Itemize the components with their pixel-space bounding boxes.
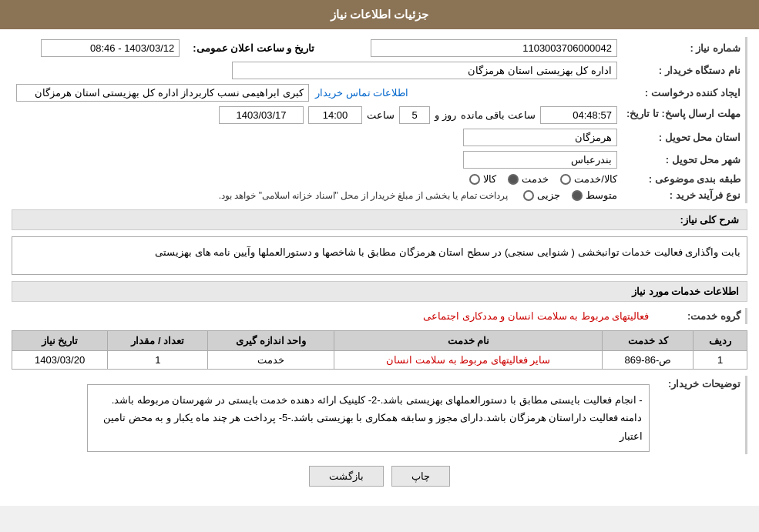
- action-buttons: چاپ بازگشت: [12, 466, 747, 487]
- service-group-value: فعالیتهای مربوط به سلامت انسان و مددکاری…: [12, 308, 654, 324]
- category-option-service-goods: کالا/خدمت: [560, 173, 617, 185]
- day-and-text: روز و: [435, 109, 456, 121]
- col-header-name: نام خدمت: [334, 331, 603, 351]
- process-option-medium: متوسط: [572, 189, 617, 201]
- deadline-row: 04:48:57 ساعت باقی مانده روز و 5 ساعت 14…: [12, 104, 622, 126]
- buyer-org-label: نام دستگاه خریدار :: [622, 59, 747, 82]
- deadline-label: مهلت ارسال پاسخ: تا تاریخ:: [622, 104, 747, 126]
- need-number-display: 1103003706000042: [371, 39, 617, 57]
- cell-unit: خدمت: [208, 351, 334, 370]
- category-radio-service: [508, 174, 519, 185]
- process-radio-medium: [572, 190, 583, 201]
- city-display: بندرعباس: [463, 151, 617, 169]
- buyer-notes-label: توضیحات خریدار:: [654, 376, 747, 454]
- col-header-date: تاریخ نیاز: [12, 331, 108, 351]
- province-display: هرمزگان: [463, 129, 617, 146]
- process-radio-group: متوسط جزیی: [523, 189, 617, 201]
- time-label: ساعت: [367, 109, 395, 121]
- process-label: نوع فرآیند خرید :: [622, 187, 747, 203]
- announce-label: تاریخ و ساعت اعلان عمومی:: [184, 37, 323, 59]
- process-label-medium: متوسط: [586, 189, 617, 201]
- page-title: جزئیات اطلاعات نیاز: [331, 8, 428, 21]
- col-header-row: ردیف: [694, 331, 747, 351]
- province-label: استان محل تحویل :: [622, 126, 747, 149]
- city-value: بندرعباس: [12, 149, 622, 171]
- description-section-title: شرح کلی نیاز:: [12, 209, 747, 230]
- category-label: طبقه بندی موضوعی :: [622, 171, 747, 187]
- announce-value: 1403/03/12 - 08:46: [12, 37, 184, 59]
- city-label: شهر محل تحویل :: [622, 149, 747, 171]
- creator-value: اطلاعات تماس خریدار کبری ابراهیمی نسب کا…: [12, 82, 622, 104]
- deadline-date-display: 1403/03/17: [219, 106, 304, 124]
- col-header-quantity: تعداد / مقدار: [108, 331, 208, 351]
- province-value: هرمزگان: [12, 126, 622, 149]
- deadline-time-display: 14:00: [308, 106, 362, 124]
- buyer-org-value: اداره کل بهزیستی استان هرمزگان: [12, 59, 622, 82]
- cell-row: 1: [694, 351, 747, 370]
- services-table: ردیف کد خدمت نام خدمت واحد اندازه گیری ت…: [12, 330, 747, 370]
- service-section-title: اطلاعات خدمات مورد نیاز: [12, 281, 747, 302]
- process-option-small: جزیی: [523, 189, 560, 201]
- category-radio-service-goods: [560, 174, 571, 185]
- buyer-org-display: اداره کل بهزیستی استان هرمزگان: [232, 62, 617, 79]
- service-group-table: گروه خدمت: فعالیتهای مربوط به سلامت انسا…: [12, 308, 747, 324]
- creator-label: ایجاد کننده درخواست :: [622, 82, 747, 104]
- back-button[interactable]: بازگشت: [309, 466, 384, 487]
- col-header-code: کد خدمت: [603, 331, 694, 351]
- process-radio-small: [523, 190, 534, 201]
- need-number-label: شماره نیاز :: [622, 37, 747, 59]
- need-number-value: 1103003706000042: [323, 37, 622, 59]
- category-label-service-goods: کالا/خدمت: [574, 173, 617, 185]
- buyer-notes-display: - انجام فعالیت بایستی مطابق با دستورالعم…: [87, 384, 650, 452]
- print-button[interactable]: چاپ: [391, 466, 450, 487]
- category-option-goods: کالا: [469, 173, 496, 185]
- main-info-table: شماره نیاز : 1103003706000042 تاریخ و سا…: [12, 37, 747, 203]
- cell-quantity: 1: [108, 351, 208, 370]
- page-header: جزئیات اطلاعات نیاز: [0, 0, 759, 29]
- description-value: بابت واگذاری فعالیت خدمات توانبخشی ( شنو…: [12, 236, 747, 275]
- service-group-label: گروه خدمت:: [654, 308, 747, 324]
- deadline-days-display: 5: [399, 106, 430, 124]
- table-row: 1 ص-86-869 سایر فعالیتهای مربوط به سلامت…: [12, 351, 747, 370]
- remaining-label: ساعت باقی مانده: [461, 109, 536, 121]
- category-radio-goods: [469, 174, 480, 185]
- category-option-service: خدمت: [508, 173, 549, 185]
- buyer-notes-table: توضیحات خریدار: - انجام فعالیت بایستی مط…: [12, 376, 747, 454]
- deadline-remaining-display: 04:48:57: [540, 106, 617, 124]
- category-label-goods: کالا: [483, 173, 496, 185]
- col-header-unit: واحد اندازه گیری: [208, 331, 334, 351]
- category-options: کالا/خدمت خدمت کالا: [12, 171, 622, 187]
- cell-date: 1403/03/20: [12, 351, 108, 370]
- category-label-service: خدمت: [522, 173, 549, 185]
- creator-display: کبری ابراهیمی نسب کاربرداز اداره کل بهزی…: [16, 84, 309, 102]
- buyer-notes-value: - انجام فعالیت بایستی مطابق با دستورالعم…: [12, 376, 654, 454]
- service-group-display[interactable]: فعالیتهای مربوط به سلامت انسان و مددکاری…: [423, 310, 649, 322]
- process-label-small: جزیی: [537, 189, 560, 201]
- announce-value-display: 1403/03/12 - 08:46: [41, 39, 180, 57]
- cell-code: ص-86-869: [603, 351, 694, 370]
- creator-contact-link[interactable]: اطلاعات تماس خریدار: [315, 87, 408, 99]
- cell-name: سایر فعالیتهای مربوط به سلامت انسان: [334, 351, 603, 370]
- process-row: متوسط جزیی پرداخت تمام یا بخشی از مبلغ خ…: [12, 187, 622, 203]
- process-note: پرداخت تمام یا بخشی از مبلغ خریدار از مح…: [219, 190, 508, 201]
